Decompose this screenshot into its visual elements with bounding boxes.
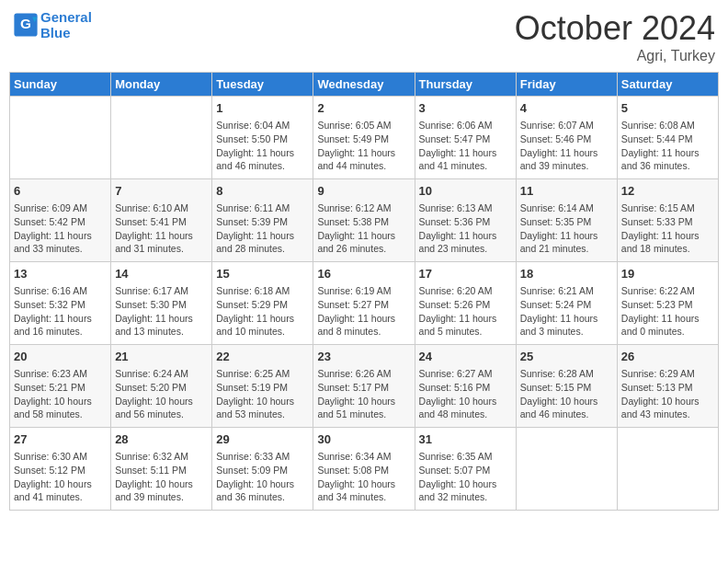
calendar-cell: 3Sunrise: 6:06 AMSunset: 5:47 PMDaylight… <box>415 97 516 179</box>
calendar-cell: 17Sunrise: 6:20 AMSunset: 5:26 PMDayligh… <box>415 262 516 345</box>
calendar-cell: 30Sunrise: 6:34 AMSunset: 5:08 PMDayligh… <box>313 428 415 511</box>
location-subtitle: Agri, Turkey <box>515 48 715 64</box>
day-number: 26 <box>621 349 714 365</box>
cell-info: Sunrise: 6:13 AMSunset: 5:36 PMDaylight:… <box>419 201 512 256</box>
calendar-cell: 9Sunrise: 6:12 AMSunset: 5:38 PMDaylight… <box>313 179 415 262</box>
cell-info: Sunrise: 6:32 AMSunset: 5:11 PMDaylight:… <box>115 450 208 504</box>
calendar-cell: 23Sunrise: 6:26 AMSunset: 5:17 PMDayligh… <box>313 345 415 428</box>
logo-icon: G <box>13 12 39 38</box>
col-header-sunday: Sunday <box>10 73 111 97</box>
cell-info: Sunrise: 6:08 AMSunset: 5:44 PMDaylight:… <box>621 119 714 173</box>
calendar-cell <box>617 428 718 511</box>
calendar-header-row: SundayMondayTuesdayWednesdayThursdayFrid… <box>10 73 719 97</box>
logo-text: General Blue <box>40 9 92 40</box>
col-header-friday: Friday <box>516 73 617 97</box>
cell-info: Sunrise: 6:10 AMSunset: 5:41 PMDaylight:… <box>115 201 208 256</box>
cell-info: Sunrise: 6:21 AMSunset: 5:24 PMDaylight:… <box>520 284 613 339</box>
day-number: 8 <box>216 183 309 200</box>
calendar-cell: 25Sunrise: 6:28 AMSunset: 5:15 PMDayligh… <box>516 345 617 428</box>
calendar-cell: 26Sunrise: 6:29 AMSunset: 5:13 PMDayligh… <box>617 345 718 428</box>
calendar-cell: 13Sunrise: 6:16 AMSunset: 5:32 PMDayligh… <box>10 262 111 345</box>
cell-info: Sunrise: 6:15 AMSunset: 5:33 PMDaylight:… <box>621 201 714 256</box>
calendar-cell: 27Sunrise: 6:30 AMSunset: 5:12 PMDayligh… <box>10 428 111 511</box>
calendar-cell: 15Sunrise: 6:18 AMSunset: 5:29 PMDayligh… <box>212 262 313 345</box>
day-number: 22 <box>216 349 309 365</box>
calendar-cell <box>10 97 111 179</box>
cell-info: Sunrise: 6:22 AMSunset: 5:23 PMDaylight:… <box>621 284 714 339</box>
cell-info: Sunrise: 6:35 AMSunset: 5:07 PMDaylight:… <box>419 450 512 504</box>
day-number: 18 <box>520 266 613 282</box>
day-number: 20 <box>14 349 107 365</box>
calendar-cell: 24Sunrise: 6:27 AMSunset: 5:16 PMDayligh… <box>415 345 516 428</box>
calendar-week-row: 27Sunrise: 6:30 AMSunset: 5:12 PMDayligh… <box>10 428 719 511</box>
col-header-wednesday: Wednesday <box>313 73 415 97</box>
calendar-cell: 22Sunrise: 6:25 AMSunset: 5:19 PMDayligh… <box>212 345 313 428</box>
cell-info: Sunrise: 6:24 AMSunset: 5:20 PMDaylight:… <box>115 367 208 421</box>
cell-info: Sunrise: 6:33 AMSunset: 5:09 PMDaylight:… <box>216 450 309 504</box>
cell-info: Sunrise: 6:05 AMSunset: 5:49 PMDaylight:… <box>317 119 410 173</box>
day-number: 2 <box>317 100 410 117</box>
col-header-saturday: Saturday <box>617 73 718 97</box>
day-number: 24 <box>419 349 512 365</box>
day-number: 5 <box>621 100 714 117</box>
calendar-cell <box>111 97 212 179</box>
day-number: 12 <box>621 183 714 200</box>
col-header-monday: Monday <box>111 73 212 97</box>
calendar-cell: 7Sunrise: 6:10 AMSunset: 5:41 PMDaylight… <box>111 179 212 262</box>
day-number: 7 <box>115 183 208 200</box>
calendar-table: SundayMondayTuesdayWednesdayThursdayFrid… <box>9 72 719 511</box>
cell-info: Sunrise: 6:20 AMSunset: 5:26 PMDaylight:… <box>419 284 512 339</box>
day-number: 21 <box>115 349 208 365</box>
cell-info: Sunrise: 6:25 AMSunset: 5:19 PMDaylight:… <box>216 367 309 421</box>
cell-info: Sunrise: 6:26 AMSunset: 5:17 PMDaylight:… <box>317 367 410 421</box>
calendar-week-row: 6Sunrise: 6:09 AMSunset: 5:42 PMDaylight… <box>10 179 719 262</box>
day-number: 13 <box>14 266 107 282</box>
day-number: 16 <box>317 266 410 282</box>
calendar-cell: 18Sunrise: 6:21 AMSunset: 5:24 PMDayligh… <box>516 262 617 345</box>
month-title: October 2024 <box>515 9 715 48</box>
cell-info: Sunrise: 6:27 AMSunset: 5:16 PMDaylight:… <box>419 367 512 421</box>
cell-info: Sunrise: 6:17 AMSunset: 5:30 PMDaylight:… <box>115 284 208 339</box>
calendar-cell: 28Sunrise: 6:32 AMSunset: 5:11 PMDayligh… <box>111 428 212 511</box>
cell-info: Sunrise: 6:16 AMSunset: 5:32 PMDaylight:… <box>14 284 107 339</box>
cell-info: Sunrise: 6:06 AMSunset: 5:47 PMDaylight:… <box>419 119 512 173</box>
calendar-cell: 14Sunrise: 6:17 AMSunset: 5:30 PMDayligh… <box>111 262 212 345</box>
day-number: 29 <box>216 431 309 448</box>
col-header-tuesday: Tuesday <box>212 73 313 97</box>
title-block: October 2024 Agri, Turkey <box>515 9 715 64</box>
calendar-cell <box>516 428 617 511</box>
calendar-cell: 16Sunrise: 6:19 AMSunset: 5:27 PMDayligh… <box>313 262 415 345</box>
calendar-cell: 31Sunrise: 6:35 AMSunset: 5:07 PMDayligh… <box>415 428 516 511</box>
day-number: 17 <box>419 266 512 282</box>
cell-info: Sunrise: 6:12 AMSunset: 5:38 PMDaylight:… <box>317 201 410 256</box>
calendar-cell: 19Sunrise: 6:22 AMSunset: 5:23 PMDayligh… <box>617 262 718 345</box>
calendar-cell: 5Sunrise: 6:08 AMSunset: 5:44 PMDaylight… <box>617 97 718 179</box>
calendar-cell: 8Sunrise: 6:11 AMSunset: 5:39 PMDaylight… <box>212 179 313 262</box>
calendar-cell: 4Sunrise: 6:07 AMSunset: 5:46 PMDaylight… <box>516 97 617 179</box>
cell-info: Sunrise: 6:34 AMSunset: 5:08 PMDaylight:… <box>317 450 410 504</box>
day-number: 25 <box>520 349 613 365</box>
calendar-week-row: 13Sunrise: 6:16 AMSunset: 5:32 PMDayligh… <box>10 262 719 345</box>
day-number: 19 <box>621 266 714 282</box>
cell-info: Sunrise: 6:04 AMSunset: 5:50 PMDaylight:… <box>216 119 309 173</box>
cell-info: Sunrise: 6:19 AMSunset: 5:27 PMDaylight:… <box>317 284 410 339</box>
day-number: 23 <box>317 349 410 365</box>
cell-info: Sunrise: 6:29 AMSunset: 5:13 PMDaylight:… <box>621 367 714 421</box>
calendar-cell: 29Sunrise: 6:33 AMSunset: 5:09 PMDayligh… <box>212 428 313 511</box>
cell-info: Sunrise: 6:11 AMSunset: 5:39 PMDaylight:… <box>216 201 309 256</box>
page-header: G General Blue October 2024 Agri, Turkey <box>9 9 719 64</box>
day-number: 6 <box>14 183 107 200</box>
cell-info: Sunrise: 6:18 AMSunset: 5:29 PMDaylight:… <box>216 284 309 339</box>
calendar-cell: 6Sunrise: 6:09 AMSunset: 5:42 PMDaylight… <box>10 179 111 262</box>
day-number: 11 <box>520 183 613 200</box>
day-number: 28 <box>115 431 208 448</box>
calendar-cell: 11Sunrise: 6:14 AMSunset: 5:35 PMDayligh… <box>516 179 617 262</box>
calendar-cell: 20Sunrise: 6:23 AMSunset: 5:21 PMDayligh… <box>10 345 111 428</box>
calendar-cell: 10Sunrise: 6:13 AMSunset: 5:36 PMDayligh… <box>415 179 516 262</box>
col-header-thursday: Thursday <box>415 73 516 97</box>
calendar-week-row: 1Sunrise: 6:04 AMSunset: 5:50 PMDaylight… <box>10 97 719 179</box>
day-number: 27 <box>14 431 107 448</box>
day-number: 30 <box>317 431 410 448</box>
day-number: 3 <box>419 100 512 117</box>
cell-info: Sunrise: 6:14 AMSunset: 5:35 PMDaylight:… <box>520 201 613 256</box>
